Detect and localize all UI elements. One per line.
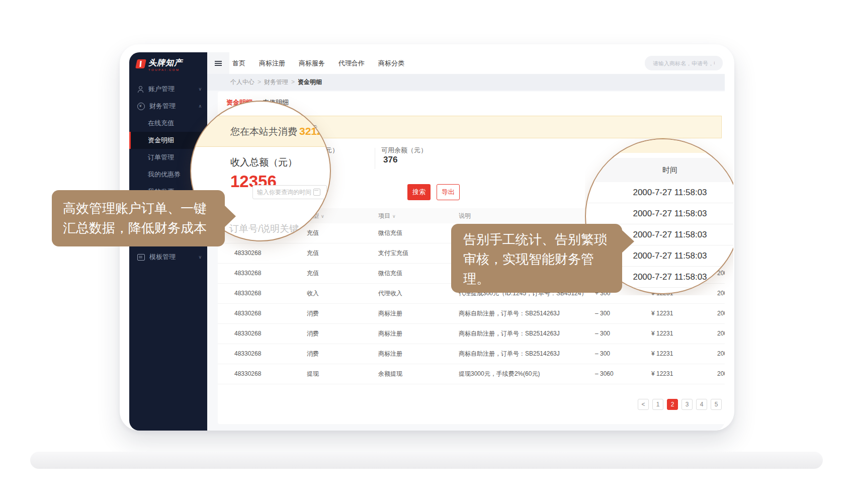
- hamburger-button[interactable]: [207, 52, 229, 74]
- callout-left: 高效管理账户订单、一键 汇总数据，降低财务成本: [52, 190, 225, 246]
- sidebar-item-templates[interactable]: 模板管理∨: [129, 248, 207, 266]
- pagination-page-4[interactable]: 4: [696, 399, 707, 410]
- calendar-icon: [313, 189, 320, 196]
- export-button[interactable]: 导出: [437, 184, 460, 200]
- chevron-up-icon: ∧: [198, 98, 202, 115]
- magnified-income-label: 收入总额（元）: [230, 156, 297, 169]
- logo-icon: [135, 59, 146, 68]
- stat-balance-value: 376: [383, 155, 397, 165]
- person-icon: [137, 86, 144, 93]
- template-icon: [137, 254, 145, 261]
- callout-right-arrow: [621, 229, 634, 254]
- top-navbar: 首页商标注册商标服务代理合作商标分类: [207, 52, 725, 74]
- chevron-down-icon: ∨: [198, 248, 202, 266]
- header-desc: 说明: [459, 208, 471, 223]
- stat-divider: [375, 148, 375, 169]
- nav-item[interactable]: 代理合作: [338, 59, 365, 68]
- nav-item[interactable]: 商标注册: [259, 59, 285, 68]
- magnified-banner: 您在本站共消费32124元: [190, 116, 331, 147]
- logo: 头牌知产 TOUPAI.COM: [136, 58, 183, 71]
- search-input[interactable]: [645, 56, 723, 70]
- sidebar-item-recharge[interactable]: 在线充值: [129, 115, 207, 132]
- page-canvas: 头牌知产 TOUPAI.COM 账户管理∨财务管理∧在线充值资金明细订单管理我的…: [0, 0, 853, 504]
- callout-right: 告别手工统计、告别繁琐 审核，实现智能财务管 理。: [451, 224, 622, 293]
- hamburger-icon: [215, 61, 222, 62]
- sidebar-item-account[interactable]: 账户管理∨: [129, 80, 207, 98]
- breadcrumb-item[interactable]: 个人中心: [230, 78, 254, 86]
- pagination-prev[interactable]: <: [638, 399, 649, 410]
- sort-chevron-icon: ∨: [392, 214, 396, 219]
- search-button[interactable]: 搜索: [407, 184, 431, 200]
- coin-icon: [137, 103, 145, 110]
- sort-chevron-icon: ∨: [321, 214, 324, 219]
- stat-balance-label: 可用余额（元）: [381, 146, 427, 155]
- nav-menu: 首页商标注册商标服务代理合作商标分类: [232, 52, 404, 74]
- magnified-banner-sliver: [586, 139, 733, 153]
- pagination-page-1[interactable]: 1: [652, 399, 663, 410]
- magnified-time: 2000-7-27 11:58:03: [586, 203, 733, 224]
- table-row: 48330268消费商标注册商标自助注册，订单号：SB2514263J– 300…: [218, 324, 725, 344]
- magnified-time-header: 时间: [586, 158, 733, 182]
- pagination-page-3[interactable]: 3: [681, 399, 693, 410]
- pagination: <12345: [638, 399, 722, 410]
- callout-left-arrow: [223, 204, 236, 228]
- logo-text: 头牌知产: [148, 58, 183, 67]
- laptop-base: [30, 452, 823, 469]
- table-row: 48330268消费商标注册商标自助注册，订单号：SB2514263J– 300…: [218, 304, 725, 324]
- pagination-page-2[interactable]: 2: [667, 399, 678, 410]
- breadcrumb-item: 资金明细: [298, 78, 322, 86]
- nav-item[interactable]: 首页: [232, 59, 245, 68]
- table-row: 48330268消费商标注册商标自助注册，订单号：SB2514263J– 300…: [218, 344, 725, 364]
- nav-item[interactable]: 商标服务: [299, 59, 325, 68]
- logo-subtitle: TOUPAI.COM: [148, 68, 183, 71]
- magnified-keyword-placeholder: 订单号/说明关键: [229, 222, 299, 235]
- breadcrumb: 个人中心>财务管理>资金明细: [207, 74, 725, 91]
- table-row: 48330268提现余额提现提现3000元，手续费2%(60元)– 3060¥ …: [218, 364, 725, 384]
- sidebar-item-finance[interactable]: 财务管理∧: [129, 98, 207, 115]
- nav-item[interactable]: 商标分类: [378, 59, 404, 68]
- chevron-down-icon: ∨: [198, 80, 202, 98]
- breadcrumb-item[interactable]: 财务管理: [264, 78, 288, 86]
- magnified-time: 2000-7-27 11:58:03: [586, 182, 733, 203]
- pagination-page-5[interactable]: 5: [711, 399, 722, 410]
- header-project[interactable]: 项目∨: [378, 208, 396, 224]
